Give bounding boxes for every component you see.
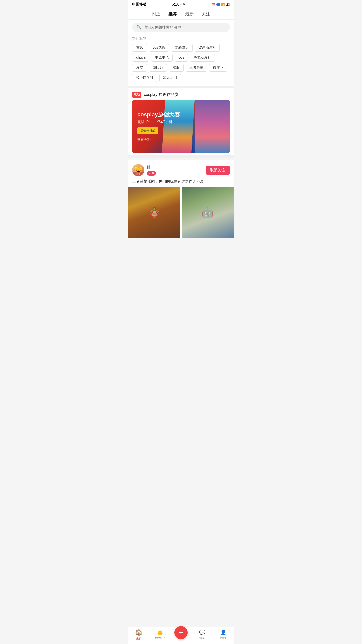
tag-bigan-anime[interactable]: 彼岸动漫社 — [195, 44, 220, 52]
activity-section: 活动 cosplay 原创作品赛 cosplay原创大赛 赢取 IPhoneX6… — [128, 88, 234, 155]
avatar[interactable]: 🐱 举爪 — [132, 164, 144, 176]
banner-subtitle: 赢取 IPhoneX64G手机 — [137, 120, 225, 124]
user-name[interactable]: 哇 — [147, 165, 156, 170]
tag-gufeng[interactable]: 古风 — [132, 44, 147, 52]
post-content: 王者荣耀乐园，你们的玩偶有过之而无不及 — [132, 179, 230, 184]
post-images: 🪆 🤖 — [128, 187, 234, 238]
nav-tabs: 附近 推荐 最新 关注 — [128, 9, 234, 20]
battery-label: 23 — [226, 3, 230, 6]
section-divider-2 — [128, 155, 234, 158]
tags-container: 古风 cos试妆 文豪野犬 彼岸动漫社 chuya 中原中也 cos 静岚动漫社… — [132, 44, 230, 82]
hot-tags-section: 热门标签 古风 cos试妆 文豪野犬 彼岸动漫社 chuya 中原中也 cos … — [128, 34, 234, 86]
alarm-icon: ⏰ — [211, 3, 215, 6]
avatar-label: 举爪 — [132, 172, 144, 176]
tag-cos-makeup[interactable]: cos试妆 — [149, 44, 169, 52]
gender-count: 0 — [152, 172, 154, 175]
user-gender-badge: ♂ 0 — [147, 171, 156, 176]
search-box[interactable]: 🔍 — [132, 23, 230, 32]
gender-icon: ♂ — [149, 172, 151, 175]
banner-main-title: cosplay原创大赛 — [137, 111, 225, 118]
nav-messages[interactable]: 💬 消息 — [192, 629, 213, 640]
tag-wangzhe[interactable]: 王者荣耀 — [186, 64, 207, 72]
tab-following[interactable]: 关注 — [202, 11, 210, 19]
post-image-2[interactable]: 🤖 — [182, 187, 234, 238]
activity-badge: 活动 — [132, 92, 141, 98]
tag-ciyuan[interactable]: 次元之门 — [159, 74, 181, 82]
search-icon: 🔍 — [136, 25, 141, 30]
tag-chuya[interactable]: chuya — [132, 54, 149, 62]
follow-button[interactable]: 取消关注 — [206, 166, 230, 175]
user-header: 🐱 举爪 哇 ♂ 0 取消关注 — [132, 164, 230, 176]
tag-expo[interactable]: 漫展 — [132, 64, 147, 72]
banner-content: cosplay原创大赛 赢取 IPhoneX64G手机 等你来挑战 查看详情> — [132, 106, 230, 147]
tag-jixia[interactable]: 稷下国学社 — [132, 74, 157, 82]
post-image-1[interactable]: 🪆 — [128, 187, 180, 238]
tag-yinyangshi[interactable]: 阴阳师 — [149, 64, 167, 72]
banner-detail-link[interactable]: 查看详情> — [137, 138, 225, 142]
tag-bungo[interactable]: 文豪野犬 — [171, 44, 193, 52]
activity-header: 活动 cosplay 原创作品赛 — [132, 92, 230, 98]
user-details: 哇 ♂ 0 — [147, 165, 156, 176]
section-divider — [128, 86, 234, 88]
nav-add[interactable]: + — [170, 630, 192, 639]
tag-nakahara[interactable]: 中原中也 — [151, 54, 173, 62]
nav-coser[interactable]: 🐱 COSER — [149, 630, 170, 640]
signal-icon: 📶 — [221, 3, 225, 6]
post-section: 🐱 举爪 哇 ♂ 0 取消关注 王者荣耀乐园，你们的玩偶有过之而无不及 🪆 🤖 — [128, 160, 234, 238]
status-icons: ⏰ 🔵 📶 23 — [211, 3, 230, 6]
carrier-label: 中国移动 — [132, 2, 146, 7]
time-label: 6:16PM — [172, 2, 186, 7]
image2-placeholder: 🤖 — [201, 207, 214, 218]
tag-jinglan-anime[interactable]: 静岚动漫社 — [190, 54, 215, 62]
bottom-nav: 🏠 主页 🐱 COSER + 💬 消息 👤 我的 — [128, 627, 234, 644]
tag-cos[interactable]: cos — [175, 54, 188, 62]
tag-bigan-flower[interactable]: 彼岸花 — [209, 64, 227, 72]
messages-icon: 💬 — [199, 629, 205, 635]
activity-title: cosplay 原创作品赛 — [144, 92, 179, 97]
add-button[interactable]: + — [174, 626, 188, 639]
user-info: 🐱 举爪 哇 ♂ 0 — [132, 164, 156, 176]
mine-label: 我的 — [220, 636, 226, 640]
mine-icon: 👤 — [220, 629, 227, 635]
messages-label: 消息 — [199, 636, 205, 640]
nav-mine[interactable]: 👤 我的 — [213, 629, 234, 640]
tab-nearby[interactable]: 附近 — [152, 11, 160, 19]
hot-tags-title: 热门标签 — [132, 36, 230, 41]
activity-banner[interactable]: cosplay原创大赛 赢取 IPhoneX64G手机 等你来挑战 查看详情> — [132, 100, 230, 153]
tag-hanfu[interactable]: 汉服 — [169, 64, 184, 72]
image1-placeholder: 🪆 — [148, 207, 161, 218]
search-input[interactable] — [143, 25, 226, 29]
tab-latest[interactable]: 最新 — [185, 11, 194, 19]
banner-challenge-btn[interactable]: 等你来挑战 — [137, 127, 158, 134]
home-label: 主页 — [136, 637, 142, 640]
status-bar: 中国移动 6:16PM ⏰ 🔵 📶 23 — [128, 0, 234, 9]
search-section: 🔍 — [128, 20, 234, 34]
bluetooth-icon: 🔵 — [216, 3, 220, 6]
coser-label: COSER — [155, 637, 165, 640]
tab-recommend[interactable]: 推荐 — [168, 11, 177, 19]
coser-icon: 🐱 — [157, 630, 163, 636]
home-icon: 🏠 — [135, 629, 143, 636]
nav-home[interactable]: 🏠 主页 — [128, 629, 149, 640]
